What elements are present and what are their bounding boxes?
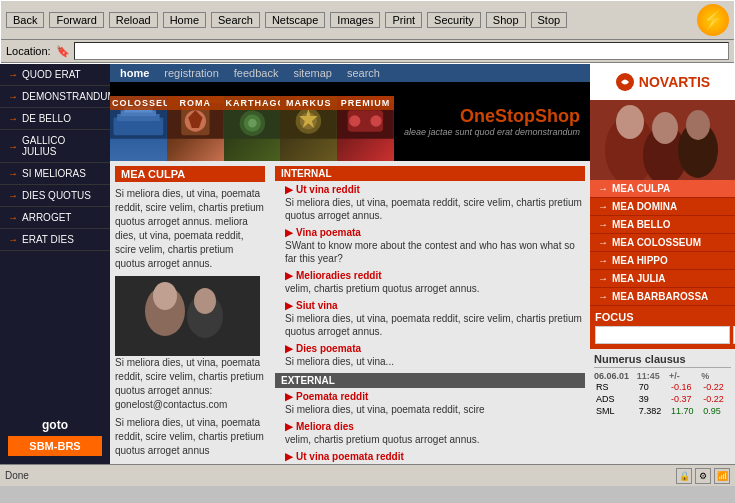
images-button[interactable]: Images: [330, 12, 380, 28]
sidebar-item-demonstrandum[interactable]: → DEMONSTRANDUM: [0, 86, 110, 108]
sidebar-item-arroget[interactable]: → ARROGET: [0, 207, 110, 229]
external-item-body-2: velim, chartis pretium quotus arroget an…: [285, 463, 585, 464]
address-bar-row: Location: 🔖: [1, 40, 734, 63]
contact-body: Si meliora dies, ut vina, poemata reddit…: [115, 357, 264, 410]
svg-point-31: [686, 110, 710, 140]
novartis-logo-icon: [615, 72, 635, 92]
sidebar-item-label: GALLICO JULIUS: [22, 135, 102, 157]
svg-point-17: [349, 115, 360, 126]
sidebar-item-si-melioras[interactable]: → SI MELIORAS: [0, 163, 110, 185]
arrow-icon: →: [598, 201, 608, 212]
focus-label: FOCUS: [595, 311, 730, 323]
internal-item-0: ▶ Ut vina reddit Si meliora dies, ut vin…: [275, 184, 585, 222]
arrow-icon: →: [8, 212, 18, 223]
nav-search[interactable]: search: [347, 67, 380, 79]
nav-sitemap[interactable]: sitemap: [293, 67, 332, 79]
internal-item-body-4: Si meliora dies, ut vina...: [285, 355, 585, 368]
novartis-brand: NOVARTIS: [639, 74, 710, 90]
arrow-icon: →: [8, 91, 18, 102]
table-cell-change-0: -0.16: [669, 381, 701, 393]
internal-item-body-0: Si meliora dies, ut vina, poemata reddit…: [285, 196, 585, 222]
right-nav-mea-barbarossa[interactable]: → MEA BARBAROSSA: [590, 288, 735, 306]
right-sidebar: NOVARTIS → MEA CULPA → MEA DOMIN: [590, 64, 735, 464]
sidebar-item-label: QUOD ERAT: [22, 69, 81, 80]
status-icon-3: 📶: [714, 468, 730, 484]
sidebar-item-dies-quotus[interactable]: → DIES QUOTUS: [0, 185, 110, 207]
arrow-icon: ▶: [285, 227, 293, 238]
status-bar: Done 🔒 ⚙ 📶: [0, 464, 735, 486]
contact-text: Si meliora dies, ut vina, poemata reddit…: [115, 356, 265, 412]
tab-label-colosseum: COLOSSEUM: [110, 96, 167, 110]
table-cell-value-0: 70: [637, 381, 669, 393]
tab-label-roma: ROMA: [167, 96, 224, 110]
back-button[interactable]: Back: [6, 12, 44, 28]
internal-item-title-4: Dies poemata: [296, 343, 361, 354]
table-cell-label-0: RS: [594, 381, 637, 393]
nav-home[interactable]: home: [120, 67, 149, 79]
right-nav-label-0: MEA CULPA: [612, 183, 670, 194]
forward-button[interactable]: Forward: [49, 12, 103, 28]
internal-item-title-1: Vina poemata: [296, 227, 361, 238]
sidebar-item-gallico[interactable]: → GALLICO JULIUS: [0, 130, 110, 163]
external-item-title-0: Poemata reddit: [296, 391, 368, 402]
nav-feedback[interactable]: feedback: [234, 67, 279, 79]
right-nav-mea-hippo[interactable]: → MEA HIPPO: [590, 252, 735, 270]
category-tabs: COLOSSEUM: [110, 82, 394, 161]
right-nav-mea-culpa[interactable]: → MEA CULPA: [590, 180, 735, 198]
browser-logo-icon: ⚡: [697, 4, 729, 36]
internal-item-body-2: velim, chartis pretium quotus arroget an…: [285, 282, 585, 295]
internal-item-title-3: Siut vina: [296, 300, 338, 311]
shop-button[interactable]: Shop: [486, 12, 526, 28]
focus-input-row: GO!: [595, 326, 730, 344]
top-nav: home registration feedback sitemap searc…: [110, 64, 590, 82]
svg-point-11: [248, 119, 257, 128]
goto-box: goto SBM-BRS: [0, 410, 110, 464]
right-nav-mea-bello[interactable]: → MEA BELLO: [590, 216, 735, 234]
address-input[interactable]: [74, 42, 729, 60]
tab-premium[interactable]: PREMIUM: [337, 82, 394, 161]
sidebar-item-erat-dies[interactable]: → ERAT DIES: [0, 229, 110, 251]
sbm-button[interactable]: SBM-BRS: [8, 436, 102, 456]
sidebar-item-label: DEMONSTRANDUM: [22, 91, 116, 102]
security-button[interactable]: Security: [427, 12, 481, 28]
sidebar-item-label: ERAT DIES: [22, 234, 74, 245]
mea-culpa-section: MEA CULPA Si meliora dies, ut vina, poem…: [110, 161, 270, 464]
table-row: ADS 39 -0.37 -0.22: [594, 393, 731, 405]
arrow-icon: →: [8, 113, 18, 124]
tab-markus[interactable]: MARKUS: [280, 82, 337, 161]
internal-item-3: ▶ Siut vina Si meliora dies, ut vina, po…: [275, 300, 585, 338]
table-cell-label-1: ADS: [594, 393, 637, 405]
search-button[interactable]: Search: [211, 12, 260, 28]
netscape-button[interactable]: Netscape: [265, 12, 325, 28]
novartis-header: NOVARTIS: [590, 64, 735, 100]
sidebar-item-quod-erat[interactable]: → QUOD ERAT: [0, 64, 110, 86]
sidebar-item-de-bello[interactable]: → DE BELLO: [0, 108, 110, 130]
internal-item-title-2: Melioradies reddit: [296, 270, 382, 281]
tab-roma[interactable]: ROMA: [167, 82, 224, 161]
focus-input[interactable]: [595, 326, 730, 344]
home-button[interactable]: Home: [163, 12, 206, 28]
right-nav-mea-colosseum[interactable]: → MEA COLOSSEUM: [590, 234, 735, 252]
table-cell-pct-2: 0.95: [701, 405, 731, 417]
stop-button[interactable]: Stop: [531, 12, 568, 28]
status-text: Done: [5, 470, 676, 481]
table-header-time: 11:45: [637, 371, 669, 381]
external-header: EXTERNAL: [275, 373, 585, 388]
svg-point-23: [194, 288, 216, 314]
status-icon-2: ⚙: [695, 468, 711, 484]
goto-label: goto: [8, 418, 102, 432]
external-item-body-1: velim, chartis pretium quotus arroget an…: [285, 433, 585, 446]
tab-karthago[interactable]: KARTHAGO: [224, 82, 281, 161]
print-button[interactable]: Print: [385, 12, 422, 28]
reload-button[interactable]: Reload: [109, 12, 158, 28]
tab-colosseum[interactable]: COLOSSEUM: [110, 82, 167, 161]
table-cell-change-2: 11.70: [669, 405, 701, 417]
sidebar-item-label: DIES QUOTUS: [22, 190, 91, 201]
arrow-icon: →: [8, 69, 18, 80]
arrow-icon: →: [8, 234, 18, 245]
nav-registration[interactable]: registration: [164, 67, 218, 79]
center-content: home registration feedback sitemap searc…: [110, 64, 590, 464]
arrow-icon: →: [598, 255, 608, 266]
right-nav-mea-julia[interactable]: → MEA JULIA: [590, 270, 735, 288]
right-nav-mea-domina[interactable]: → MEA DOMINA: [590, 198, 735, 216]
